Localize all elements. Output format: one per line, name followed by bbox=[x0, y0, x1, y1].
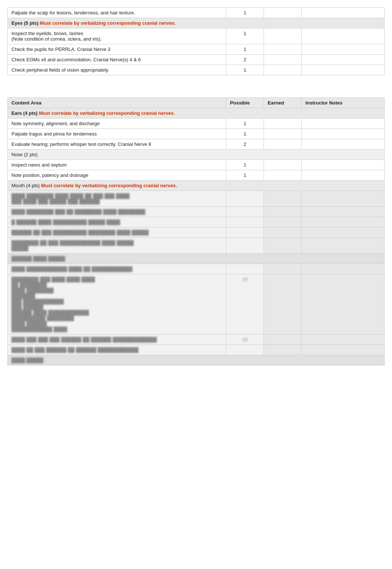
top-section-table: Palpate the scalp for lesions, tendernes… bbox=[7, 7, 385, 75]
notes-cell[interactable] bbox=[302, 28, 385, 44]
blurred-notes-cell bbox=[302, 227, 385, 238]
earned-cell[interactable] bbox=[264, 55, 302, 65]
table-row: █ ██████ ████ ██████████ █████ ████ bbox=[8, 217, 385, 227]
bottom-section-table: Content Area Possible Earned Instructor … bbox=[7, 97, 385, 366]
notes-cell[interactable] bbox=[302, 170, 385, 181]
possible-cell: 2 bbox=[226, 55, 264, 65]
possible-cell: 1 bbox=[226, 28, 264, 44]
possible-cell: 1 bbox=[226, 44, 264, 55]
blurred-content-cell: ██████ ██ ███ ██████████ ████████ ████ █… bbox=[8, 227, 226, 238]
blurred-possible-cell bbox=[226, 238, 264, 254]
mouth-header-cell: Mouth (4 pts) Must correlate by verbaliz… bbox=[8, 181, 385, 191]
blurred-section-header-cell: ████ █████ bbox=[8, 355, 385, 366]
table-row: Evaluate hearing; performs whisper test … bbox=[8, 139, 385, 150]
blurred-possible-cell bbox=[226, 345, 264, 355]
section-header-cell: Eyes (5 pts) Must correlate by verbalizi… bbox=[8, 18, 385, 28]
earned-cell[interactable] bbox=[264, 44, 302, 55]
table-row: Mouth (4 pts) Must correlate by verbaliz… bbox=[8, 181, 385, 191]
blurred-possible-cell bbox=[226, 264, 264, 274]
content-cell: Check EOMs x6 and accommodation. Cranial… bbox=[8, 55, 226, 65]
table-row: ████ ████████████ ████ ██ ████████████ bbox=[8, 264, 385, 274]
blurred-earned-cell bbox=[264, 264, 302, 274]
possible-cell: 1 bbox=[226, 129, 264, 139]
content-cell: Check peripheral fields of vision approp… bbox=[8, 65, 226, 75]
blurred-earned-cell bbox=[264, 227, 302, 238]
blurred-earned-cell bbox=[264, 207, 302, 217]
blurred-notes-cell bbox=[302, 264, 385, 274]
earned-cell[interactable] bbox=[264, 28, 302, 44]
content-cell: Inspect nares and septum bbox=[8, 160, 226, 170]
table-row: ██████ ██ ███ ██████████ ████████ ████ █… bbox=[8, 227, 385, 238]
blurred-notes-cell bbox=[302, 274, 385, 335]
table-row: Ears (4 pts) Must correlate by verbalizi… bbox=[8, 108, 385, 119]
content-cell: Note position, patency and drainage bbox=[8, 170, 226, 181]
table-header: Content Area Possible Earned Instructor … bbox=[8, 98, 385, 108]
table-row: Inspect the eyelids, brows, lashes (Note… bbox=[8, 28, 385, 44]
notes-cell[interactable] bbox=[302, 44, 385, 55]
table-row: ████ ████████ ███ ██ ████████ ████ █████… bbox=[8, 207, 385, 217]
header-notes: Instructor Notes bbox=[302, 98, 385, 108]
content-cell: Check the pupils for PERRLA. Cranial Ner… bbox=[8, 44, 226, 55]
earned-cell[interactable] bbox=[264, 129, 302, 139]
notes-cell[interactable] bbox=[302, 160, 385, 170]
blurred-content-cell: ████ ██ ███ ██████ ██ ██████ ███████████… bbox=[8, 345, 226, 355]
earned-cell[interactable] bbox=[264, 65, 302, 75]
table-row: Palpate the scalp for lesions, tendernes… bbox=[8, 8, 385, 18]
blurred-notes-cell bbox=[302, 238, 385, 254]
blurred-notes-cell bbox=[302, 191, 385, 207]
table-row: Nose (2 pts) bbox=[8, 150, 385, 160]
notes-cell[interactable] bbox=[302, 8, 385, 18]
possible-cell: 1 bbox=[226, 119, 264, 129]
content-cell: Note symmetry, alignment, and discharge bbox=[8, 119, 226, 129]
notes-cell[interactable] bbox=[302, 65, 385, 75]
possible-cell: 2 bbox=[226, 139, 264, 150]
table-row: Check peripheral fields of vision approp… bbox=[8, 65, 385, 75]
table-row: ████ ██ ███ ██████ ██ ██████ ███████████… bbox=[8, 345, 385, 355]
earned-cell[interactable] bbox=[264, 170, 302, 181]
blurred-content-cell: █ ██████ ████ ██████████ █████ ████ bbox=[8, 217, 226, 227]
earned-cell[interactable] bbox=[264, 8, 302, 18]
blurred-content-cell: ████████ ██ ███ ████████████ ████ █████ … bbox=[8, 238, 226, 254]
table-row: ████████ ███ ████ ████ ████ ██ ████████ … bbox=[8, 274, 385, 335]
notes-cell[interactable] bbox=[302, 129, 385, 139]
blurred-notes-cell bbox=[302, 335, 385, 345]
blurred-possible-cell: 10 bbox=[226, 274, 264, 335]
blurred-possible-cell bbox=[226, 227, 264, 238]
table-row: Palpate tragus and pinna for tenderness1 bbox=[8, 129, 385, 139]
blurred-possible-cell: 10 bbox=[226, 335, 264, 345]
notes-cell[interactable] bbox=[302, 119, 385, 129]
blurred-possible-cell bbox=[226, 191, 264, 207]
blurred-section-header-cell: ██████ ████ █████ bbox=[8, 254, 385, 264]
blurred-earned-cell bbox=[264, 238, 302, 254]
blurred-notes-cell bbox=[302, 217, 385, 227]
blurred-possible-cell bbox=[226, 207, 264, 217]
notes-cell[interactable] bbox=[302, 139, 385, 150]
content-cell: Palpate tragus and pinna for tenderness bbox=[8, 129, 226, 139]
table-row: Check the pupils for PERRLA. Cranial Ner… bbox=[8, 44, 385, 55]
blurred-earned-cell bbox=[264, 191, 302, 207]
blurred-content-cell: ████ ████████ ███ ██ ████████ ████ █████… bbox=[8, 207, 226, 217]
table-row: Check EOMs x6 and accommodation. Cranial… bbox=[8, 55, 385, 65]
notes-cell[interactable] bbox=[302, 55, 385, 65]
blurred-notes-cell bbox=[302, 207, 385, 217]
earned-cell[interactable] bbox=[264, 160, 302, 170]
blurred-content-cell: ████ ████████ ████ ████ ██ ███ ███ ████ … bbox=[8, 191, 226, 207]
blurred-earned-cell bbox=[264, 217, 302, 227]
table-row: ████ ████████ ████ ████ ██ ███ ███ ████ … bbox=[8, 191, 385, 207]
section-header-cell: Ears (4 pts) Must correlate by verbalizi… bbox=[8, 108, 385, 119]
blurred-earned-cell bbox=[264, 274, 302, 335]
blurred-possible-cell bbox=[226, 217, 264, 227]
possible-cell: 1 bbox=[226, 65, 264, 75]
content-cell: Palpate the scalp for lesions, tendernes… bbox=[8, 8, 226, 18]
header-content: Content Area bbox=[8, 98, 226, 108]
content-cell: Inspect the eyelids, brows, lashes (Note… bbox=[8, 28, 226, 44]
table-row: ████████ ██ ███ ████████████ ████ █████ … bbox=[8, 238, 385, 254]
blurred-notes-cell bbox=[302, 345, 385, 355]
earned-cell[interactable] bbox=[264, 139, 302, 150]
blurred-earned-cell bbox=[264, 345, 302, 355]
table-row: Note symmetry, alignment, and discharge1 bbox=[8, 119, 385, 129]
table-row: ████ █████ bbox=[8, 355, 385, 366]
earned-cell[interactable] bbox=[264, 119, 302, 129]
table-row: ██████ ████ █████ bbox=[8, 254, 385, 264]
possible-cell: 1 bbox=[226, 170, 264, 181]
